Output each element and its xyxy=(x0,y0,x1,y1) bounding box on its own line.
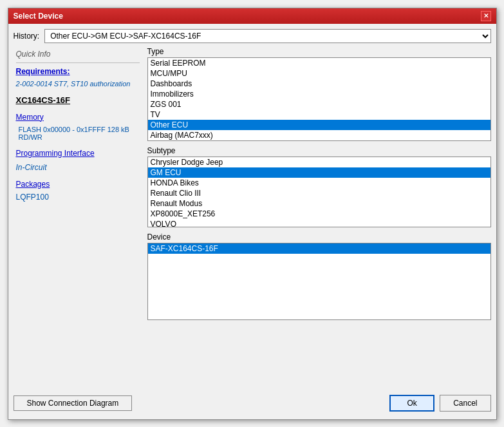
subtype-listbox[interactable]: Chrysler Dodge JeepGM ECUHONDA BikesRena… xyxy=(147,157,491,227)
select-device-dialog: Select Device ✕ History: Other ECU->GM E… xyxy=(8,8,497,420)
type-list-item[interactable]: Airbag (MAC7xxx) xyxy=(148,130,490,140)
bottom-row: Show Connection Diagram Ok Cancel xyxy=(14,391,491,414)
quick-info-label: Quick Info xyxy=(16,50,140,59)
memory-link[interactable]: Memory xyxy=(16,113,140,122)
type-list-item[interactable]: MCU/MPU xyxy=(148,68,490,79)
device-section: Device SAF-XC164CS-16F xyxy=(147,232,491,320)
flash-info: FLASH 0x00000 - 0x1FFFF 128 kB RD/WR xyxy=(16,126,140,141)
type-list-item[interactable]: Immobilizers xyxy=(148,89,490,99)
main-area: Quick Info Requirements: 2-002-0014 ST7,… xyxy=(14,47,491,387)
type-section: Type Serial EEPROMMCU/MPUDashboardsImmob… xyxy=(147,47,491,141)
history-row: History: Other ECU->GM ECU->SAF-XC164CS-… xyxy=(14,29,491,43)
in-circuit-label: In-Circuit xyxy=(16,163,140,172)
packages-link[interactable]: Packages xyxy=(16,180,140,189)
cancel-button[interactable]: Cancel xyxy=(440,395,490,412)
dialog-content: History: Other ECU->GM ECU->SAF-XC164CS-… xyxy=(8,24,496,419)
type-list-item[interactable]: TV xyxy=(148,109,490,120)
device-name-label: XC164CS-16F xyxy=(16,95,140,105)
requirements-link[interactable]: Requirements: xyxy=(16,67,140,76)
type-list-item[interactable]: Other ECU xyxy=(148,120,490,130)
package-value: LQFP100 xyxy=(16,193,140,202)
right-panel: Type Serial EEPROMMCU/MPUDashboardsImmob… xyxy=(147,47,491,387)
history-select[interactable]: Other ECU->GM ECU->SAF-XC164CS-16F xyxy=(44,29,490,43)
subtype-list-item[interactable]: Renault Clio III xyxy=(148,188,490,198)
programming-interface-link[interactable]: Programming Interface xyxy=(16,149,140,158)
dialog-title: Select Device xyxy=(14,12,63,21)
type-listbox[interactable]: Serial EEPROMMCU/MPUDashboardsImmobilize… xyxy=(147,57,491,141)
show-connection-button[interactable]: Show Connection Diagram xyxy=(14,395,133,411)
close-button[interactable]: ✕ xyxy=(481,11,491,21)
type-list-item[interactable]: ZGS 001 xyxy=(148,99,490,109)
type-list-item[interactable]: Dashboards xyxy=(148,79,490,89)
subtype-list-item[interactable]: VOLVO xyxy=(148,219,490,227)
subtype-label: Subtype xyxy=(147,146,491,155)
subtype-list-item[interactable]: XP8000E_XET256 xyxy=(148,209,490,219)
subtype-list-item[interactable]: Renault Modus xyxy=(148,198,490,209)
device-listbox[interactable]: SAF-XC164CS-16F xyxy=(147,243,491,320)
device-list-item[interactable]: SAF-XC164CS-16F xyxy=(148,243,490,254)
type-label: Type xyxy=(147,47,491,56)
requirements-desc: 2-002-0014 ST7, ST10 authorization xyxy=(16,80,140,88)
subtype-list-item[interactable]: Chrysler Dodge Jeep xyxy=(148,157,490,167)
left-panel: Quick Info Requirements: 2-002-0014 ST7,… xyxy=(14,47,142,387)
type-list-item[interactable]: Airbag (XC2xxx) xyxy=(148,140,490,141)
subtype-list-item[interactable]: HONDA Bikes xyxy=(148,178,490,188)
ok-cancel-row: Ok Cancel xyxy=(389,395,490,412)
device-label: Device xyxy=(147,232,491,242)
history-label: History: xyxy=(14,32,40,41)
title-bar: Select Device ✕ xyxy=(8,8,496,24)
subtype-section: Subtype Chrysler Dodge JeepGM ECUHONDA B… xyxy=(147,146,491,227)
ok-button[interactable]: Ok xyxy=(389,395,434,412)
type-list-item[interactable]: Serial EEPROM xyxy=(148,58,490,68)
subtype-list-item[interactable]: GM ECU xyxy=(148,167,490,178)
